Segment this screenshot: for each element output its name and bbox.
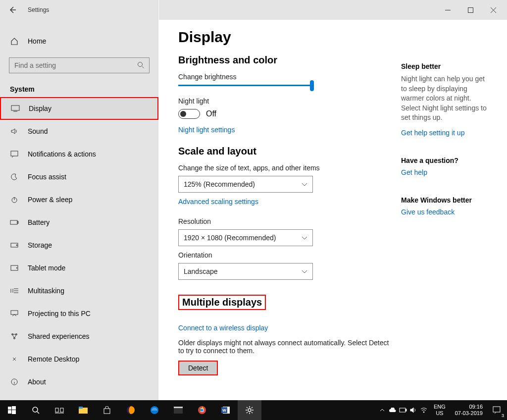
sidebar-section: System xyxy=(0,83,158,97)
power-icon xyxy=(10,196,19,203)
multitasking-icon xyxy=(10,288,19,294)
battery-icon xyxy=(10,220,19,225)
explorer-icon[interactable] xyxy=(71,400,95,420)
nav-label: Tablet mode xyxy=(28,264,65,272)
chevron-down-icon xyxy=(302,234,307,242)
wifi-tray-icon[interactable] xyxy=(419,400,428,420)
nav-label: Home xyxy=(28,37,46,45)
window-title: Settings xyxy=(28,6,49,13)
chrome-icon[interactable] xyxy=(190,400,214,420)
start-button[interactable] xyxy=(0,400,24,420)
nav-home[interactable]: Home xyxy=(0,30,158,52)
svg-rect-18 xyxy=(8,410,11,414)
resolution-label: Resolution xyxy=(178,217,391,225)
nav-notifications[interactable]: Notifications & actions xyxy=(0,143,158,165)
cmd-icon[interactable] xyxy=(166,400,190,420)
wireless-display-link[interactable]: Connect to a wireless display xyxy=(178,324,391,332)
nav-label: Sound xyxy=(28,127,48,135)
svg-text:W: W xyxy=(222,408,226,413)
nav-label: Notifications & actions xyxy=(28,150,96,158)
nav-remote-desktop[interactable]: Remote Desktop xyxy=(0,348,158,370)
section-brightness: Brightness and color xyxy=(178,54,391,66)
nightlight-settings-link[interactable]: Night light settings xyxy=(178,126,391,134)
svg-rect-11 xyxy=(11,311,18,315)
nightlight-toggle[interactable] xyxy=(178,109,200,119)
svg-rect-3 xyxy=(11,151,18,156)
notif-count: 3 xyxy=(502,413,504,418)
notifications-icon xyxy=(10,151,19,158)
svg-rect-40 xyxy=(493,407,500,412)
nav-sound[interactable]: Sound xyxy=(0,120,158,143)
nav-power-sleep[interactable]: Power & sleep xyxy=(0,188,158,211)
side-question-title: Have a question? xyxy=(401,157,487,164)
slider-thumb[interactable] xyxy=(310,80,314,91)
side-gethelp-link[interactable]: Get help xyxy=(401,168,487,176)
svg-rect-25 xyxy=(104,409,110,414)
language-indicator[interactable]: ENG US xyxy=(430,404,450,417)
svg-point-36 xyxy=(248,409,251,412)
taskview-button[interactable] xyxy=(48,400,71,420)
detect-text: Older displays might not always connect … xyxy=(178,339,391,355)
resolution-select[interactable]: 1920 × 1080 (Recommended) xyxy=(178,229,313,246)
search-button[interactable] xyxy=(24,400,48,420)
word-icon[interactable]: W xyxy=(214,400,238,420)
side-feedback-title: Make Windows better xyxy=(401,196,487,204)
storage-icon xyxy=(10,243,19,248)
battery-tray-icon[interactable] xyxy=(399,400,407,420)
side-feedback-link[interactable]: Give us feedback xyxy=(401,208,487,216)
maximize-button[interactable] xyxy=(459,2,482,17)
action-center-icon[interactable]: 3 xyxy=(488,400,505,420)
nav-storage[interactable]: Storage xyxy=(0,234,158,257)
svg-rect-5 xyxy=(10,220,17,224)
close-button[interactable] xyxy=(482,2,505,17)
nav-projecting[interactable]: Projecting to this PC xyxy=(0,302,158,325)
orientation-value: Landscape xyxy=(184,267,218,275)
svg-rect-17 xyxy=(12,406,16,410)
nav-about[interactable]: About xyxy=(0,370,158,393)
nav-tablet-mode[interactable]: Tablet mode xyxy=(0,257,158,279)
minimize-button[interactable] xyxy=(436,2,459,17)
nav-multitasking[interactable]: Multitasking xyxy=(0,279,158,302)
tray-chevron-icon[interactable] xyxy=(378,400,387,420)
svg-rect-6 xyxy=(17,221,18,223)
nav-display[interactable]: Display xyxy=(0,97,158,120)
store-icon[interactable] xyxy=(95,400,119,420)
firefox-icon[interactable] xyxy=(119,400,143,420)
orientation-label: Orientation xyxy=(178,251,391,259)
svg-point-39 xyxy=(423,412,424,413)
search-input[interactable]: Find a setting xyxy=(9,57,150,73)
volume-tray-icon[interactable] xyxy=(409,400,418,420)
nav-label: Projecting to this PC xyxy=(28,310,91,317)
side-sleep-link[interactable]: Get help setting it up xyxy=(401,129,487,137)
back-button[interactable] xyxy=(7,4,18,15)
resolution-value: 1920 × 1080 (Recommended) xyxy=(184,234,276,242)
nav-battery[interactable]: Battery xyxy=(0,211,158,234)
advanced-scaling-link[interactable]: Advanced scaling settings xyxy=(178,198,391,206)
onedrive-icon[interactable] xyxy=(388,400,397,420)
brightness-slider[interactable] xyxy=(178,85,313,86)
detect-button[interactable]: Detect xyxy=(178,361,218,375)
home-icon xyxy=(10,37,19,45)
scale-select[interactable]: 125% (Recommended) xyxy=(178,176,313,193)
svg-rect-29 xyxy=(174,407,183,408)
section-scale: Scale and layout xyxy=(178,146,391,157)
svg-rect-22 xyxy=(60,408,63,412)
orientation-select[interactable]: Landscape xyxy=(178,263,313,280)
clock[interactable]: 09:16 07-03-2019 xyxy=(451,404,487,417)
nav-label: Remote Desktop xyxy=(28,355,79,363)
nav-label: Storage xyxy=(28,241,52,249)
nav-label: Focus assist xyxy=(28,173,66,181)
edge-icon[interactable] xyxy=(143,400,166,420)
chevron-down-icon xyxy=(302,180,307,188)
nav-focus-assist[interactable]: Focus assist xyxy=(0,165,158,188)
nav-label: Battery xyxy=(28,218,50,226)
nav-shared-experiences[interactable]: Shared experiences xyxy=(0,325,158,348)
settings-icon[interactable] xyxy=(238,400,261,420)
nav-label: About xyxy=(28,378,46,386)
search-placeholder: Find a setting xyxy=(14,61,56,69)
nav-label: Shared experiences xyxy=(28,332,90,340)
svg-rect-24 xyxy=(79,407,83,409)
sound-icon xyxy=(10,127,19,135)
svg-point-1 xyxy=(138,62,143,66)
shared-icon xyxy=(10,333,19,340)
